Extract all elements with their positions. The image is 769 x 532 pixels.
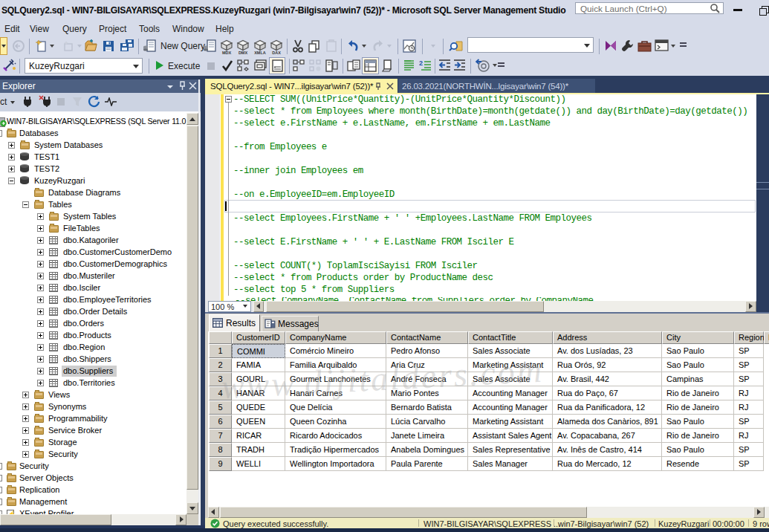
svg-text:2: 2 — [419, 59, 423, 67]
svg-text:XMLA: XMLA — [254, 51, 266, 55]
svg-text:MDX: MDX — [222, 51, 232, 55]
svg-text:DAX: DAX — [272, 51, 281, 55]
svg-text:DMX: DMX — [239, 51, 248, 55]
